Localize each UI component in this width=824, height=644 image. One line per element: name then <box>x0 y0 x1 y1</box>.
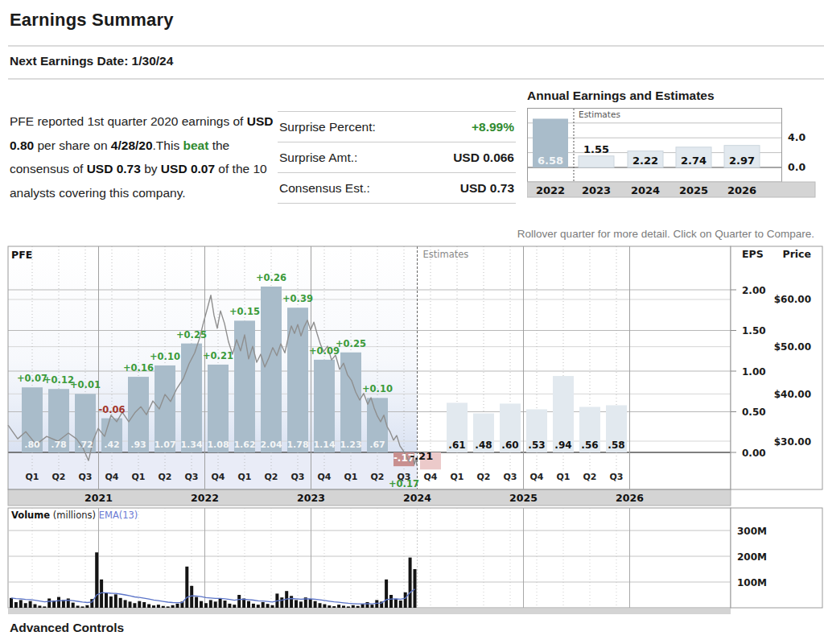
quarter-label[interactable]: Q3 <box>184 472 198 482</box>
quarter-axis-labels: Q1Q2Q3Q4Q1Q2Q3Q4Q1Q2Q3Q4Q1Q2Q3Q4Q1Q2Q3Q4… <box>25 472 623 482</box>
svg-text:1.34: 1.34 <box>180 440 202 450</box>
summary-text: .This <box>153 138 183 152</box>
table-row: Surprise Amt.: USD 0.066 <box>278 142 516 173</box>
consensus-estimate-value: USD 0.73 <box>460 181 514 196</box>
quarter-label[interactable]: Q1 <box>344 472 357 482</box>
svg-text:.53: .53 <box>528 440 545 451</box>
earnings-summary-paragraph: PFE reported 1st quarter 2020 earnings o… <box>10 109 278 204</box>
svg-text:.93: .93 <box>130 440 146 450</box>
annual-year-label: 2022 <box>536 184 565 196</box>
surprise-percent-label: Surprise Percent: <box>279 120 376 134</box>
svg-text:+0.25: +0.25 <box>176 329 207 341</box>
annual-chart-title: Annual Earnings and Estimates <box>527 89 824 103</box>
next-earnings-date: Next Earnings Date: 1/30/24 <box>10 54 173 68</box>
quarter-label[interactable]: Q4 <box>423 472 437 482</box>
quarter-label[interactable]: Q3 <box>397 472 410 482</box>
annual-year-label: 2025 <box>679 184 708 196</box>
annual-bar-value: 2.74 <box>681 155 707 167</box>
quarter-label[interactable]: Q4 <box>105 472 118 482</box>
price-tick-label: $50.00 <box>774 341 811 353</box>
annual-bar-2023[interactable] <box>579 156 614 167</box>
summary-text: per share on <box>34 138 111 152</box>
svg-text:.56: .56 <box>581 440 598 451</box>
svg-text:+0.39: +0.39 <box>282 293 313 304</box>
svg-text:1.62: 1.62 <box>233 440 255 450</box>
svg-text:.48: .48 <box>475 440 492 451</box>
quarter-label[interactable]: Q3 <box>609 472 623 482</box>
eps-bar-q4-11[interactable] <box>314 360 335 452</box>
summary-report-date: 4/28/20 <box>111 138 153 152</box>
annual-tick-label: 4.0 <box>788 131 805 143</box>
svg-text:+0.16: +0.16 <box>123 362 154 374</box>
quarter-label[interactable]: Q3 <box>503 472 517 482</box>
annual-year-label: 2023 <box>582 184 611 196</box>
quarter-label[interactable]: Q4 <box>317 472 331 482</box>
quarter-label[interactable]: Q2 <box>476 472 490 482</box>
quarter-label[interactable]: Q1 <box>131 472 145 482</box>
svg-text:.42: .42 <box>104 440 120 450</box>
year-label: 2024 <box>403 492 431 504</box>
year-label: 2022 <box>191 492 219 504</box>
svg-text:.60: .60 <box>501 440 518 451</box>
annual-year-label: 2026 <box>727 184 756 196</box>
year-label: 2021 <box>84 492 113 504</box>
svg-text:+0.26: +0.26 <box>256 272 286 283</box>
annual-estimates-label: Estimates <box>579 109 620 119</box>
eps-tick-label: 0.50 <box>742 407 766 418</box>
year-label: 2023 <box>297 492 325 504</box>
svg-text:.61: .61 <box>448 440 465 451</box>
svg-text:+0.21: +0.21 <box>203 350 233 361</box>
svg-text:.80: .80 <box>24 440 40 450</box>
quarter-label[interactable]: Q1 <box>556 472 570 482</box>
annual-earnings-chart: Estimates6.581.552.222.742.974.00.020222… <box>527 108 824 200</box>
svg-text:.78: .78 <box>51 440 67 450</box>
divider <box>8 45 824 47</box>
summary-text: PFE reported 1st quarter 2020 earnings o… <box>10 114 247 128</box>
surprise-amount-value: USD 0.066 <box>453 151 514 165</box>
consensus-estimate-label: Consensus Est.: <box>279 181 370 196</box>
quarter-label[interactable]: Q2 <box>158 472 171 482</box>
quarter-label[interactable]: Q1 <box>25 472 39 482</box>
quarter-label[interactable]: Q4 <box>529 472 543 482</box>
price-tick-label: $30.00 <box>774 436 811 448</box>
summary-consensus-value: USD 0.73 <box>87 162 141 175</box>
quarter-label[interactable]: Q2 <box>264 472 278 482</box>
eps-tick-label: 1.00 <box>742 366 766 378</box>
quarter-label[interactable]: Q3 <box>78 472 92 482</box>
eps-price-axis-panel: EPSPrice2.001.501.000.500.00$60.00$50.00… <box>731 246 822 489</box>
svg-text:1.23: 1.23 <box>340 440 361 450</box>
quarter-label[interactable]: Q2 <box>370 472 384 482</box>
annual-earnings-section: Annual Earnings and Estimates Estimates6… <box>527 89 824 200</box>
quarter-label[interactable]: Q2 <box>583 472 596 482</box>
annual-bar-value: 2.22 <box>632 155 658 167</box>
advanced-controls-toggle[interactable]: Advanced Controls <box>10 621 124 635</box>
svg-text:1.08: 1.08 <box>207 440 229 450</box>
eps-bar-q1-12[interactable] <box>340 353 361 452</box>
svg-text:1.07: 1.07 <box>154 440 175 450</box>
surprise-table: Surprise Percent: +8.99% Surprise Amt.: … <box>278 111 516 204</box>
estimates-region-label: Estimates <box>423 249 469 260</box>
quarter-label[interactable]: Q1 <box>450 472 464 482</box>
svg-text:+0.15: +0.15 <box>229 306 260 317</box>
svg-text:+0.10: +0.10 <box>150 351 180 362</box>
quarter-label[interactable]: Q3 <box>290 472 304 482</box>
svg-text:2.04: 2.04 <box>260 440 282 450</box>
svg-text:1.78: 1.78 <box>286 440 308 450</box>
summary-beat-word: beat <box>183 138 208 152</box>
volume-tick-label: 300M <box>737 526 767 537</box>
quarter-label[interactable]: Q1 <box>237 472 251 482</box>
annual-year-label: 2024 <box>631 184 660 196</box>
annual-bar-value: 1.55 <box>583 143 609 155</box>
symbol-label: PFE <box>11 249 32 261</box>
price-tick-label: $40.00 <box>774 389 811 400</box>
quarter-label[interactable]: Q2 <box>52 472 65 482</box>
eps-axis-header: EPS <box>742 248 764 260</box>
rollover-hint: Rollover quarter for more detail. Click … <box>517 228 814 240</box>
quarter-label[interactable]: Q4 <box>211 472 225 482</box>
svg-text:.67: .67 <box>369 440 385 450</box>
volume-pane <box>8 508 731 608</box>
svg-text:-.21: -.21 <box>410 450 433 462</box>
eps-bar-q2-9[interactable] <box>261 287 282 452</box>
svg-text:+0.25: +0.25 <box>336 338 366 349</box>
quarterly-eps-price-volume-chart[interactable]: .80+0.07.78+0.12.72+0.01.42-0.06.93+0.16… <box>0 240 824 620</box>
